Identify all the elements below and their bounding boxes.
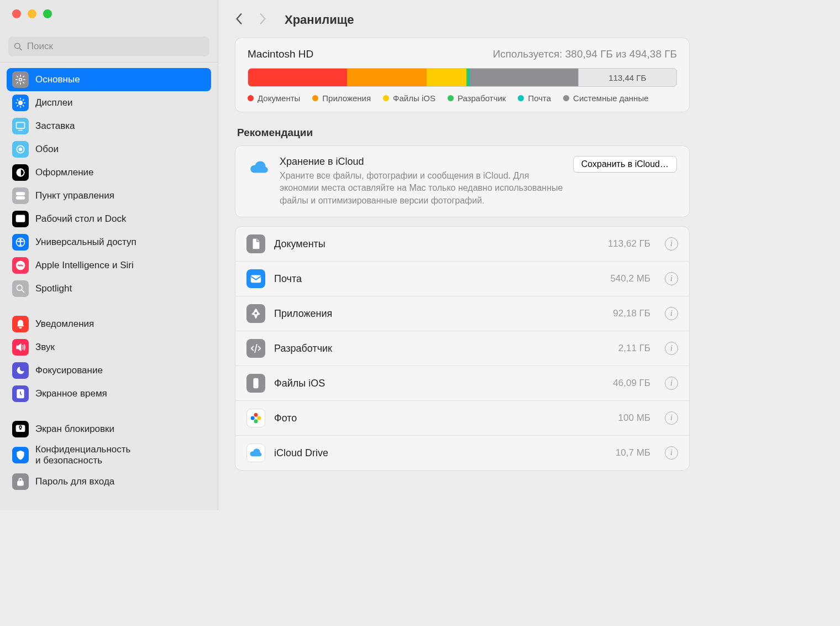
info-button[interactable]: i [665,446,678,460]
sidebar-item-label: Пункт управления [35,190,114,201]
info-button[interactable]: i [665,377,678,390]
sidebar-item-accessibility[interactable]: Универсальный доступ [7,231,211,254]
sidebar-item-spotlight[interactable]: Spotlight [7,277,211,300]
info-button[interactable]: i [665,272,678,285]
fullscreen-window-button[interactable] [43,9,52,18]
sidebar-item-lock[interactable]: Экран блокировки [7,418,211,441]
sidebar-item-screensaver[interactable]: Заставка [7,114,211,138]
category-row[interactable]: Документы113,62 ГБi [235,227,689,262]
dock-icon [12,211,29,227]
close-window-button[interactable] [12,9,21,18]
svg-point-16 [17,285,22,290]
category-row[interactable]: Фото100 МБi [235,401,689,436]
search-input[interactable] [27,41,204,52]
info-button[interactable]: i [665,307,678,320]
mail-icon [246,269,265,288]
category-label: Почта [274,273,601,285]
main: Хранилище Macintosh HD Используется: 380… [218,0,706,510]
search-field[interactable] [8,36,209,56]
search-icon [14,42,23,51]
svg-rect-22 [251,276,261,283]
brightness-icon [12,95,29,111]
svg-point-28 [251,416,255,420]
window-controls [0,0,218,31]
storage-panel: Macintosh HD Используется: 380,94 ГБ из … [235,38,690,112]
screensaver-icon [12,118,29,134]
category-row[interactable]: Файлы iOS46,09 ГБi [235,366,689,401]
category-row[interactable]: Почта540,2 МБi [235,262,689,296]
svg-point-27 [254,420,258,424]
category-label: Документы [274,238,599,250]
legend-item: Разработчик [448,93,506,103]
category-list: Документы113,62 ГБiПочта540,2 МБiПриложе… [235,226,690,471]
gear-icon [12,71,29,88]
svg-point-26 [257,416,261,420]
recommendation-title: Хранение в iCloud [280,156,564,168]
forward-button[interactable] [258,12,270,28]
legend-item: Системные данные [563,93,648,103]
storage-segment: 113,44 ГБ [578,69,676,86]
sidebar: ОсновныеДисплеиЗаставкаОбоиОформлениеПун… [0,0,218,510]
sidebar-item-sound[interactable]: Звук [7,336,211,359]
photo-icon [246,409,265,427]
sidebar-item-label: Пароль для входа [35,476,114,487]
doc-icon [246,234,265,253]
sidebar-item-screentime[interactable]: Экранное время [7,382,211,405]
category-label: iCloud Drive [274,447,607,459]
info-button[interactable]: i [665,342,678,355]
info-button[interactable]: i [665,237,678,251]
svg-rect-12 [18,220,23,221]
storage-legend: ДокументыПриложенияФайлы iOSРазработчикП… [248,93,677,103]
ios-icon [246,374,265,393]
spotlight-icon [12,280,29,297]
sidebar-item-privacy[interactable]: Конфиденциальность и безопасность [7,441,211,470]
svg-rect-9 [17,192,25,195]
category-row[interactable]: iCloud Drive10,7 МБi [235,436,689,470]
category-size: 10,7 МБ [616,447,650,458]
category-size: 46,09 ГБ [613,378,650,389]
category-size: 92,18 ГБ [613,308,650,319]
sidebar-item-label: Конфиденциальность и безопасность [35,444,130,467]
sidebar-item-label: Рабочий стол и Dock [35,213,126,225]
svg-point-0 [15,43,20,48]
disk-used-label: Используется: 380,94 ГБ из 494,38 ГБ [493,48,677,60]
svg-point-3 [19,101,23,105]
svg-line-1 [19,48,22,50]
sidebar-item-label: Обои [35,144,59,155]
storage-segment [347,69,427,86]
sidebar-item-bell[interactable]: Уведомления [7,312,211,336]
recommendation-panel: Хранение в iCloud Храните все файлы, фот… [235,145,690,217]
legend-label: Почта [528,93,551,103]
legend-dot-icon [248,95,254,101]
sidebar-item-brightness[interactable]: Дисплеи [7,91,211,114]
svg-rect-4 [17,122,25,128]
category-row[interactable]: Разработчик2,11 ГБi [235,331,689,366]
store-in-icloud-button[interactable]: Сохранить в iCloud… [573,156,677,173]
back-button[interactable] [235,12,247,28]
sidebar-item-label: Основные [35,74,80,85]
sidebar-item-siri[interactable]: Apple Intelligence и Siri [7,254,211,277]
sound-icon [12,339,29,356]
category-label: Файлы iOS [274,378,604,389]
minimize-window-button[interactable] [28,9,36,18]
sidebar-item-gear[interactable]: Основные [7,68,211,91]
legend-label: Файлы iOS [393,93,435,103]
privacy-icon [12,447,29,463]
sidebar-item-wallpaper[interactable]: Обои [7,138,211,161]
sidebar-item-control-center[interactable]: Пункт управления [7,184,211,207]
sidebar-item-focus[interactable]: Фокусирование [7,359,211,382]
sidebar-item-label: Заставка [35,121,75,132]
sidebar-item-label: Экран блокировки [35,424,114,435]
sidebar-item-dock[interactable]: Рабочий стол и Dock [7,207,211,231]
sidebar-item-appearance[interactable]: Оформление [7,161,211,184]
legend-dot-icon [563,95,569,101]
lock-icon [12,421,29,437]
search-wrap [0,31,218,62]
sidebar-item-password[interactable]: Пароль для входа [7,470,211,493]
sidebar-nav: ОсновныеДисплеиЗаставкаОбоиОформлениеПун… [0,62,218,510]
svg-rect-10 [17,197,25,199]
info-button[interactable]: i [665,411,678,425]
page-title: Хранилище [285,13,354,27]
category-row[interactable]: Приложения92,18 ГБi [235,296,689,331]
sidebar-item-label: Экранное время [35,388,107,399]
